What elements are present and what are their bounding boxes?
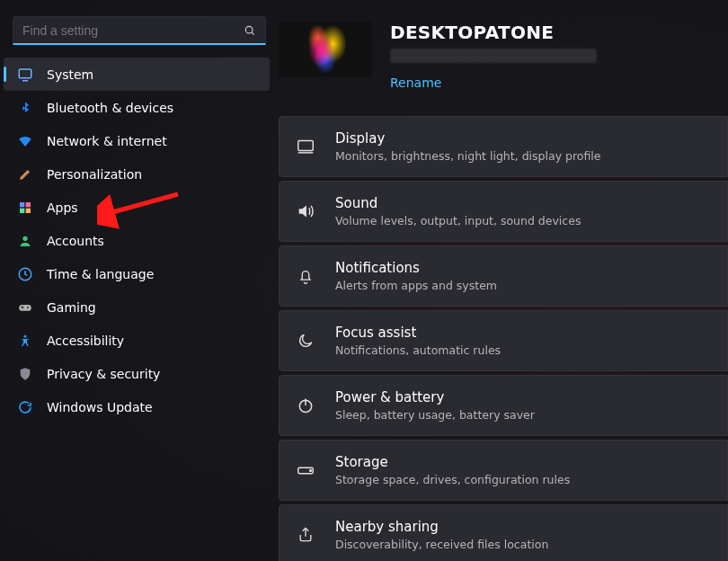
sound-icon	[296, 201, 315, 221]
settings-sidebar: System Bluetooth & devices Network & int…	[0, 0, 279, 561]
sidebar-item-label: Bluetooth & devices	[47, 101, 259, 115]
sidebar-item-label: Time & language	[47, 267, 259, 281]
card-sub: Sleep, battery usage, battery saver	[335, 408, 715, 422]
storage-icon	[296, 460, 315, 480]
update-icon	[16, 398, 34, 416]
accessibility-icon	[16, 332, 34, 350]
svg-rect-13	[22, 306, 22, 308]
sidebar-item-apps[interactable]: Apps	[4, 191, 270, 224]
rename-link[interactable]: Rename	[390, 76, 441, 90]
card-display[interactable]: Display Monitors, brightness, night ligh…	[279, 116, 728, 177]
svg-rect-10	[19, 305, 31, 311]
svg-point-11	[27, 307, 29, 308]
card-sub: Alerts from apps and system	[335, 279, 715, 292]
svg-rect-15	[298, 141, 314, 151]
sidebar-item-accounts[interactable]: Accounts	[4, 224, 270, 257]
search-icon	[244, 24, 256, 37]
card-nearby-sharing[interactable]: Nearby sharing Discoverability, received…	[279, 504, 728, 561]
shield-icon	[16, 365, 34, 383]
sidebar-nav: System Bluetooth & devices Network & int…	[0, 54, 279, 423]
share-icon	[296, 525, 315, 545]
sidebar-item-label: Privacy & security	[47, 367, 259, 381]
card-power[interactable]: Power & battery Sleep, battery usage, ba…	[279, 375, 728, 436]
person-icon	[16, 232, 34, 250]
sidebar-item-label: Accounts	[47, 234, 259, 248]
search-input[interactable]	[22, 23, 244, 38]
bluetooth-icon	[16, 99, 34, 117]
card-storage[interactable]: Storage Storage space, drives, configura…	[279, 440, 728, 501]
card-title: Focus assist	[335, 325, 715, 341]
sidebar-item-bluetooth[interactable]: Bluetooth & devices	[4, 91, 270, 124]
card-sub: Discoverability, received files location	[335, 538, 715, 551]
sidebar-item-label: Network & internet	[47, 134, 259, 148]
svg-rect-4	[20, 202, 24, 207]
system-header: DESKTOPATONE Rename	[279, 22, 728, 91]
settings-cards: Display Monitors, brightness, night ligh…	[279, 116, 728, 561]
svg-rect-5	[26, 202, 31, 207]
sidebar-item-personalization[interactable]: Personalization	[4, 157, 270, 191]
sidebar-item-time-language[interactable]: Time & language	[4, 257, 270, 290]
card-sub: Notifications, automatic rules	[335, 343, 715, 357]
desktop-wallpaper-thumb	[279, 22, 372, 77]
pc-model-redacted	[390, 49, 597, 63]
bell-icon	[296, 266, 315, 286]
svg-point-14	[24, 334, 27, 337]
card-title: Power & battery	[335, 389, 715, 405]
sidebar-item-label: System	[47, 67, 259, 82]
card-sub: Monitors, brightness, night light, displ…	[335, 149, 715, 163]
moon-icon	[296, 331, 315, 351]
settings-main: DESKTOPATONE Rename Display Monitors, br…	[279, 0, 728, 561]
card-title: Notifications	[335, 260, 715, 276]
power-icon	[296, 396, 315, 415]
svg-rect-7	[26, 208, 31, 212]
sidebar-item-system[interactable]: System	[4, 58, 270, 91]
card-sub: Storage space, drives, configuration rul…	[335, 473, 715, 486]
sidebar-item-privacy[interactable]: Privacy & security	[4, 357, 270, 390]
svg-rect-2	[19, 69, 31, 78]
svg-rect-6	[20, 208, 24, 212]
card-sound[interactable]: Sound Volume levels, output, input, soun…	[279, 181, 728, 242]
card-title: Nearby sharing	[335, 519, 715, 535]
system-icon	[16, 66, 34, 84]
sidebar-item-network[interactable]: Network & internet	[4, 124, 270, 157]
card-title: Sound	[335, 195, 715, 211]
svg-point-0	[245, 26, 253, 33]
brush-icon	[16, 165, 34, 183]
pc-name: DESKTOPATONE	[390, 22, 597, 43]
sidebar-item-accessibility[interactable]: Accessibility	[4, 324, 270, 357]
clock-globe-icon	[16, 265, 34, 283]
search-box[interactable]	[13, 16, 266, 45]
apps-icon	[16, 199, 34, 217]
display-icon	[296, 137, 315, 156]
svg-point-8	[22, 236, 27, 240]
sidebar-item-label: Accessibility	[47, 334, 259, 348]
card-title: Display	[335, 130, 715, 147]
sidebar-item-label: Windows Update	[47, 400, 259, 414]
card-title: Storage	[335, 454, 715, 470]
card-focus-assist[interactable]: Focus assist Notifications, automatic ru…	[279, 310, 728, 371]
card-sub: Volume levels, output, input, sound devi…	[335, 214, 715, 227]
svg-point-20	[310, 470, 312, 472]
sidebar-item-label: Apps	[47, 200, 259, 215]
gamepad-icon	[16, 298, 34, 316]
card-notifications[interactable]: Notifications Alerts from apps and syste…	[279, 245, 728, 307]
sidebar-item-label: Gaming	[47, 300, 259, 315]
wifi-icon	[16, 132, 34, 150]
sidebar-item-gaming[interactable]: Gaming	[4, 290, 270, 324]
sidebar-item-update[interactable]: Windows Update	[4, 390, 270, 423]
sidebar-item-label: Personalization	[47, 167, 259, 182]
svg-line-1	[252, 32, 254, 35]
